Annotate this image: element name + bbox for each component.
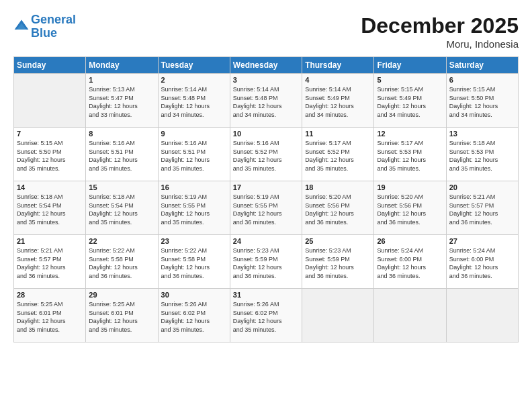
weekday-header-friday: Friday <box>374 57 446 74</box>
calendar-cell: 28Sunrise: 5:25 AM Sunset: 6:01 PM Dayli… <box>14 289 86 342</box>
day-number: 23 <box>161 237 227 245</box>
day-info: Sunrise: 5:14 AM Sunset: 5:48 PM Dayligh… <box>161 85 227 119</box>
day-info: Sunrise: 5:26 AM Sunset: 6:02 PM Dayligh… <box>161 300 227 334</box>
day-number: 9 <box>161 130 227 138</box>
calendar-cell <box>302 289 374 342</box>
weekday-header-thursday: Thursday <box>302 57 374 74</box>
day-number: 8 <box>89 130 154 138</box>
calendar-cell: 20Sunrise: 5:21 AM Sunset: 5:57 PM Dayli… <box>446 181 518 235</box>
calendar-cell: 17Sunrise: 5:19 AM Sunset: 5:55 PM Dayli… <box>230 181 302 235</box>
month-title: December 2025 <box>361 13 519 38</box>
weekday-header-sunday: Sunday <box>14 57 86 74</box>
calendar-cell: 10Sunrise: 5:16 AM Sunset: 5:52 PM Dayli… <box>230 128 302 181</box>
calendar-cell: 12Sunrise: 5:17 AM Sunset: 5:53 PM Dayli… <box>374 128 446 181</box>
day-info: Sunrise: 5:16 AM Sunset: 5:51 PM Dayligh… <box>89 139 154 173</box>
day-info: Sunrise: 5:21 AM Sunset: 5:57 PM Dayligh… <box>449 193 515 226</box>
day-number: 12 <box>377 130 443 138</box>
calendar-cell: 25Sunrise: 5:23 AM Sunset: 5:59 PM Dayli… <box>302 235 374 289</box>
day-info: Sunrise: 5:16 AM Sunset: 5:52 PM Dayligh… <box>233 139 299 173</box>
day-number: 22 <box>89 237 154 245</box>
day-info: Sunrise: 5:15 AM Sunset: 5:50 PM Dayligh… <box>17 139 83 173</box>
day-info: Sunrise: 5:14 AM Sunset: 5:49 PM Dayligh… <box>305 85 371 119</box>
day-info: Sunrise: 5:22 AM Sunset: 5:58 PM Dayligh… <box>89 246 154 280</box>
calendar-table: SundayMondayTuesdayWednesdayThursdayFrid… <box>13 56 519 342</box>
calendar-cell: 2Sunrise: 5:14 AM Sunset: 5:48 PM Daylig… <box>158 74 230 128</box>
weekday-header-tuesday: Tuesday <box>158 57 230 74</box>
day-number: 1 <box>89 76 154 84</box>
calendar-cell: 16Sunrise: 5:19 AM Sunset: 5:55 PM Dayli… <box>158 181 230 235</box>
day-info: Sunrise: 5:22 AM Sunset: 5:58 PM Dayligh… <box>161 246 227 280</box>
logo-icon <box>13 19 30 35</box>
calendar-cell: 18Sunrise: 5:20 AM Sunset: 5:56 PM Dayli… <box>302 181 374 235</box>
day-info: Sunrise: 5:15 AM Sunset: 5:50 PM Dayligh… <box>449 85 515 119</box>
day-info: Sunrise: 5:23 AM Sunset: 5:59 PM Dayligh… <box>305 246 371 280</box>
week-row-0: 1Sunrise: 5:13 AM Sunset: 5:47 PM Daylig… <box>14 74 519 128</box>
calendar-cell: 22Sunrise: 5:22 AM Sunset: 5:58 PM Dayli… <box>86 235 158 289</box>
calendar-cell: 9Sunrise: 5:16 AM Sunset: 5:51 PM Daylig… <box>158 128 230 181</box>
day-info: Sunrise: 5:20 AM Sunset: 5:56 PM Dayligh… <box>305 193 371 226</box>
calendar-cell <box>446 289 518 342</box>
day-number: 11 <box>305 130 371 138</box>
calendar-cell: 11Sunrise: 5:17 AM Sunset: 5:52 PM Dayli… <box>302 128 374 181</box>
day-number: 2 <box>161 76 227 84</box>
day-info: Sunrise: 5:18 AM Sunset: 5:53 PM Dayligh… <box>449 139 515 173</box>
day-number: 29 <box>89 291 154 299</box>
calendar-cell: 6Sunrise: 5:15 AM Sunset: 5:50 PM Daylig… <box>446 74 518 128</box>
weekday-header-row: SundayMondayTuesdayWednesdayThursdayFrid… <box>14 57 519 74</box>
week-row-2: 14Sunrise: 5:18 AM Sunset: 5:54 PM Dayli… <box>14 181 519 235</box>
day-number: 27 <box>449 237 515 245</box>
calendar-cell: 26Sunrise: 5:24 AM Sunset: 6:00 PM Dayli… <box>374 235 446 289</box>
calendar-cell: 15Sunrise: 5:18 AM Sunset: 5:54 PM Dayli… <box>86 181 158 235</box>
day-info: Sunrise: 5:25 AM Sunset: 6:01 PM Dayligh… <box>89 300 154 334</box>
calendar-cell: 21Sunrise: 5:21 AM Sunset: 5:57 PM Dayli… <box>14 235 86 289</box>
day-info: Sunrise: 5:19 AM Sunset: 5:55 PM Dayligh… <box>161 193 227 226</box>
calendar-cell: 3Sunrise: 5:14 AM Sunset: 5:48 PM Daylig… <box>230 74 302 128</box>
day-number: 26 <box>377 237 443 245</box>
logo-text: General Blue <box>31 13 76 40</box>
day-info: Sunrise: 5:25 AM Sunset: 6:01 PM Dayligh… <box>17 300 83 334</box>
day-number: 31 <box>233 291 299 299</box>
day-info: Sunrise: 5:24 AM Sunset: 6:00 PM Dayligh… <box>377 246 443 280</box>
day-number: 24 <box>233 237 299 245</box>
day-number: 20 <box>449 183 515 191</box>
day-number: 4 <box>305 76 371 84</box>
day-number: 17 <box>233 183 299 191</box>
day-number: 21 <box>17 237 83 245</box>
calendar-cell: 31Sunrise: 5:26 AM Sunset: 6:02 PM Dayli… <box>230 289 302 342</box>
calendar-cell: 13Sunrise: 5:18 AM Sunset: 5:53 PM Dayli… <box>446 128 518 181</box>
day-number: 7 <box>17 130 83 138</box>
calendar-cell: 5Sunrise: 5:15 AM Sunset: 5:49 PM Daylig… <box>374 74 446 128</box>
day-info: Sunrise: 5:26 AM Sunset: 6:02 PM Dayligh… <box>233 300 299 334</box>
weekday-header-saturday: Saturday <box>446 57 518 74</box>
day-info: Sunrise: 5:24 AM Sunset: 6:00 PM Dayligh… <box>449 246 515 280</box>
day-number: 16 <box>161 183 227 191</box>
week-row-4: 28Sunrise: 5:25 AM Sunset: 6:01 PM Dayli… <box>14 289 519 342</box>
day-number: 15 <box>89 183 154 191</box>
title-block: December 2025 Moru, Indonesia <box>361 13 519 50</box>
page: General Blue December 2025 Moru, Indones… <box>0 0 532 411</box>
weekday-header-monday: Monday <box>86 57 158 74</box>
calendar-cell: 8Sunrise: 5:16 AM Sunset: 5:51 PM Daylig… <box>86 128 158 181</box>
weekday-header-wednesday: Wednesday <box>230 57 302 74</box>
day-info: Sunrise: 5:16 AM Sunset: 5:51 PM Dayligh… <box>161 139 227 173</box>
calendar-cell <box>374 289 446 342</box>
location: Moru, Indonesia <box>361 38 519 50</box>
day-number: 30 <box>161 291 227 299</box>
day-number: 14 <box>17 183 83 191</box>
calendar-cell: 27Sunrise: 5:24 AM Sunset: 6:00 PM Dayli… <box>446 235 518 289</box>
calendar-cell: 7Sunrise: 5:15 AM Sunset: 5:50 PM Daylig… <box>14 128 86 181</box>
day-number: 28 <box>17 291 83 299</box>
calendar-cell: 19Sunrise: 5:20 AM Sunset: 5:56 PM Dayli… <box>374 181 446 235</box>
day-info: Sunrise: 5:14 AM Sunset: 5:48 PM Dayligh… <box>233 85 299 119</box>
day-number: 18 <box>305 183 371 191</box>
day-info: Sunrise: 5:23 AM Sunset: 5:59 PM Dayligh… <box>233 246 299 280</box>
day-number: 25 <box>305 237 371 245</box>
day-number: 6 <box>449 76 515 84</box>
day-info: Sunrise: 5:13 AM Sunset: 5:47 PM Dayligh… <box>89 85 154 119</box>
day-info: Sunrise: 5:18 AM Sunset: 5:54 PM Dayligh… <box>17 193 83 226</box>
day-info: Sunrise: 5:17 AM Sunset: 5:52 PM Dayligh… <box>305 139 371 173</box>
week-row-1: 7Sunrise: 5:15 AM Sunset: 5:50 PM Daylig… <box>14 128 519 181</box>
day-number: 10 <box>233 130 299 138</box>
calendar-cell: 29Sunrise: 5:25 AM Sunset: 6:01 PM Dayli… <box>86 289 158 342</box>
week-row-3: 21Sunrise: 5:21 AM Sunset: 5:57 PM Dayli… <box>14 235 519 289</box>
